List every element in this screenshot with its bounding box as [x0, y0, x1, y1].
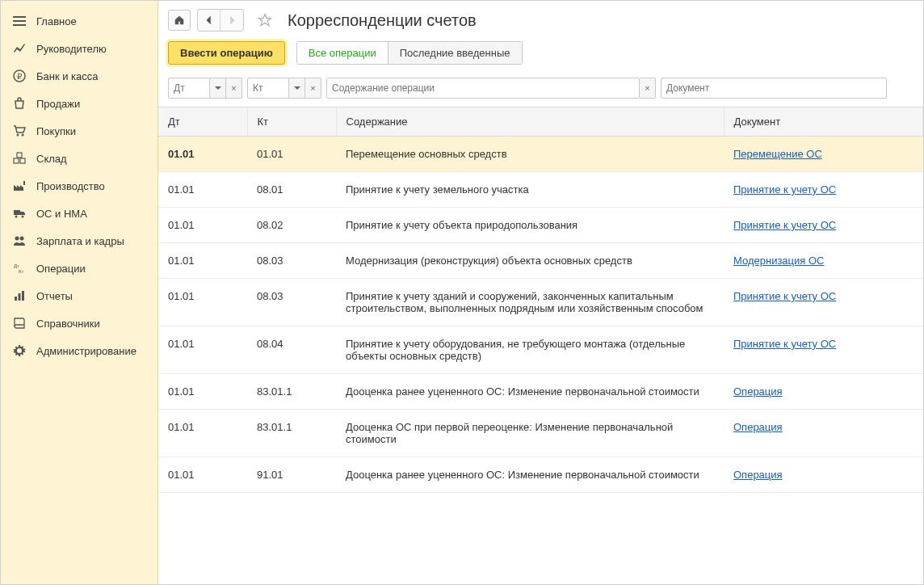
nav-purchases[interactable]: Покупки: [1, 117, 158, 145]
filter-dt-clear[interactable]: ×: [226, 78, 242, 99]
filter-kt-dropdown[interactable]: [289, 78, 305, 99]
enter-operation-button[interactable]: Ввести операцию: [168, 41, 285, 65]
svg-text:Кт: Кт: [19, 269, 23, 274]
doc-link[interactable]: Принятие к учету ОС: [733, 183, 836, 196]
col-header-content[interactable]: Содержание: [336, 107, 724, 137]
svg-rect-7: [14, 158, 19, 163]
table-row[interactable]: 01.0108.04Принятие к учету оборудования,…: [158, 326, 923, 374]
chart-icon: [12, 41, 27, 56]
cell-dt: 01.01: [158, 457, 247, 493]
svg-rect-9: [17, 153, 22, 158]
cart-icon: [12, 124, 27, 138]
home-button[interactable]: [168, 10, 191, 31]
nav-sales[interactable]: Продажи: [1, 90, 158, 117]
nav-main[interactable]: Главное: [1, 7, 158, 35]
table-row[interactable]: 01.0108.02Принятие к учету объекта приро…: [158, 208, 923, 243]
svg-point-6: [22, 134, 24, 137]
cell-content: Дооценка ранее уцененного ОС: Изменение …: [336, 374, 724, 410]
doc-link[interactable]: Принятие к учету ОС: [733, 219, 836, 231]
col-header-doc[interactable]: Документ: [724, 107, 923, 137]
gear-icon: [12, 343, 27, 358]
nav-directories[interactable]: Справочники: [1, 309, 158, 337]
back-button[interactable]: [198, 10, 220, 31]
doc-link[interactable]: Операция: [733, 469, 783, 481]
seg-recent-operations[interactable]: Последние введенные: [388, 42, 522, 64]
nav-label: Руководителю: [36, 43, 107, 55]
nav-admin[interactable]: Администрирование: [1, 337, 158, 364]
cell-content: Принятие к учету оборудования, не требую…: [336, 326, 724, 374]
cell-doc: Операция: [724, 410, 923, 457]
nav-warehouse[interactable]: Склад: [1, 145, 158, 172]
correspondence-table: Дт Кт Содержание Документ 01.0101.01Пере…: [158, 107, 923, 493]
cell-kt: 01.01: [247, 137, 336, 172]
nav-bank[interactable]: ₽ Банк и касса: [1, 62, 158, 90]
cell-doc: Принятие к учету ОС: [724, 326, 923, 374]
nav-production[interactable]: Производство: [1, 172, 158, 200]
seg-all-operations[interactable]: Все операции: [297, 42, 388, 64]
cell-content: Принятие к учету объекта природопользова…: [336, 208, 724, 243]
toolbar: Ввести операцию Все операции Последние в…: [158, 38, 923, 73]
favorite-button[interactable]: [255, 11, 275, 30]
filter-kt-clear[interactable]: ×: [305, 78, 321, 99]
table-row[interactable]: 01.0183.01.1Дооценка ранее уцененного ОС…: [158, 374, 923, 410]
table-row[interactable]: 01.0101.01Перемещение основных средствПе…: [158, 137, 923, 172]
doc-link[interactable]: Принятие к учету ОС: [733, 290, 836, 302]
nav-assets[interactable]: ОС и НМА: [1, 200, 158, 227]
cell-content: Модернизация (реконструкция) объекта осн…: [336, 243, 724, 279]
table-row[interactable]: 01.0108.01Принятие к учету земельного уч…: [158, 172, 923, 208]
cell-kt: 08.02: [247, 208, 336, 243]
cell-dt: 01.01: [158, 137, 247, 172]
filter-kt-input[interactable]: [247, 78, 289, 99]
cell-doc: Принятие к учету ОС: [724, 172, 923, 208]
nav-operations[interactable]: ДтКт Операции: [1, 255, 158, 282]
truck-icon: [12, 206, 27, 221]
cell-content: Принятие к учету зданий и сооружений, за…: [336, 279, 724, 326]
book-icon: [12, 316, 27, 330]
dtkt-icon: ДтКт: [12, 261, 27, 276]
cell-dt: 01.01: [158, 243, 247, 279]
table-row[interactable]: 01.0108.03Принятие к учету зданий и соор…: [158, 279, 923, 326]
nav-label: Зарплата и кадры: [36, 235, 124, 247]
table-row[interactable]: 01.0108.03Модернизация (реконструкция) о…: [158, 243, 923, 279]
svg-text:Дт: Дт: [14, 263, 19, 268]
cell-kt: 08.01: [247, 172, 336, 208]
cell-kt: 08.03: [247, 279, 336, 326]
filter-dt-input[interactable]: [168, 78, 210, 99]
doc-link[interactable]: Модернизация ОС: [733, 255, 824, 267]
table-row[interactable]: 01.0191.01Дооценка ранее уцененного ОС: …: [158, 457, 923, 493]
table-row[interactable]: 01.0183.01.1Дооценка ОС при первой перео…: [158, 410, 923, 457]
doc-link[interactable]: Перемещение ОС: [733, 148, 822, 160]
cell-kt: 83.01.1: [247, 410, 336, 457]
forward-button[interactable]: [220, 10, 243, 31]
filter-dt-dropdown[interactable]: [210, 78, 226, 99]
svg-rect-1: [13, 20, 26, 22]
cell-dt: 01.01: [158, 208, 247, 243]
nav-label: Главное: [36, 15, 77, 27]
col-header-dt[interactable]: Дт: [158, 107, 247, 137]
svg-text:₽: ₽: [17, 72, 23, 81]
col-header-kt[interactable]: Кт: [247, 107, 336, 137]
filter-doc-input[interactable]: [661, 78, 887, 99]
nav-label: Банк и касса: [36, 70, 99, 82]
nav-payroll[interactable]: Зарплата и кадры: [1, 227, 158, 255]
nav-manager[interactable]: Руководителю: [1, 35, 158, 62]
cell-content: Перемещение основных средств: [336, 137, 724, 172]
cell-dt: 01.01: [158, 410, 247, 457]
svg-rect-18: [22, 291, 24, 301]
bag-icon: [12, 96, 27, 111]
filter-content-input[interactable]: [326, 78, 640, 99]
svg-rect-0: [13, 16, 26, 18]
nav-reports[interactable]: Отчеты: [1, 282, 158, 309]
svg-point-12: [15, 237, 19, 241]
svg-point-5: [17, 134, 19, 137]
doc-link[interactable]: Операция: [733, 421, 783, 433]
doc-link[interactable]: Принятие к учету ОС: [733, 338, 836, 350]
cell-doc: Принятие к учету ОС: [724, 208, 923, 243]
report-icon: [12, 288, 27, 303]
doc-link[interactable]: Операция: [733, 385, 783, 398]
filter-content-clear[interactable]: ×: [640, 78, 656, 99]
people-icon: [12, 234, 27, 248]
svg-rect-17: [19, 293, 21, 301]
main-panel: Корреспонденции счетов Ввести операцию В…: [158, 1, 923, 584]
table-container[interactable]: Дт Кт Содержание Документ 01.0101.01Пере…: [158, 107, 923, 584]
